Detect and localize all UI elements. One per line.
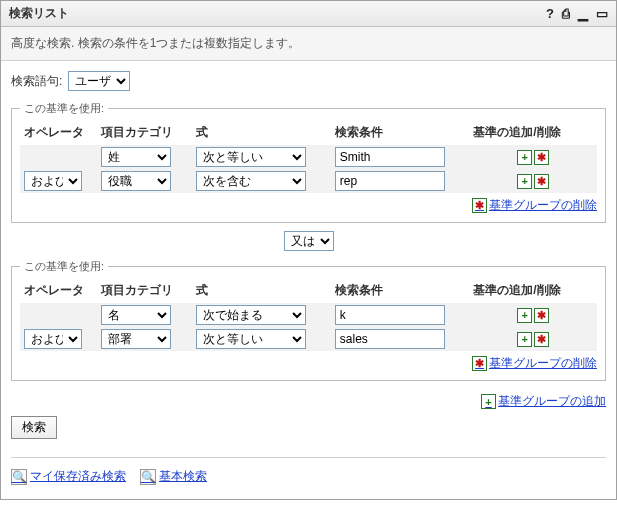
header-condition: 検索条件 xyxy=(331,280,469,303)
description-bar: 高度な検索. 検索の条件を1つまたは複数指定します。 xyxy=(1,27,616,61)
search-term-label: 検索語句: xyxy=(11,73,62,90)
my-saved-searches-link[interactable]: 🔍 マイ保存済み検索 xyxy=(11,468,126,485)
group-combiner-row: 又は xyxy=(11,231,606,251)
minimize-icon[interactable]: ▁ xyxy=(578,6,588,21)
remove-criterion-icon[interactable]: ✱ xyxy=(534,308,549,323)
header-expression: 式 xyxy=(192,122,330,145)
criteria-group: この基準を使用: オペレータ 項目カテゴリ 式 検索条件 基準の追加/削除 姓 … xyxy=(11,101,606,223)
group-combiner-select[interactable]: 又は xyxy=(284,231,334,251)
category-select[interactable]: 名 xyxy=(101,305,171,325)
delete-group-link[interactable]: ✱ 基準グループの削除 xyxy=(472,355,597,372)
condition-input[interactable] xyxy=(335,171,445,191)
delete-group-link[interactable]: ✱ 基準グループの削除 xyxy=(472,197,597,214)
add-criterion-icon[interactable]: + xyxy=(517,174,532,189)
help-icon[interactable]: ? xyxy=(546,6,554,21)
add-criterion-icon[interactable]: + xyxy=(517,308,532,323)
header-operator: オペレータ xyxy=(20,280,97,303)
add-group-link[interactable]: + 基準グループの追加 xyxy=(481,393,606,410)
search-term-row: 検索語句: ユーザ xyxy=(11,71,606,91)
search-list-window: 検索リスト ? ⎙ ▁ ▭ 高度な検索. 検索の条件を1つまたは複数指定します。… xyxy=(0,0,617,500)
add-criterion-icon[interactable]: + xyxy=(517,150,532,165)
expression-select[interactable]: 次と等しい xyxy=(196,329,306,349)
expression-select[interactable]: 次と等しい xyxy=(196,147,306,167)
criteria-row: 名 次で始まる + ✱ xyxy=(20,303,597,327)
condition-input[interactable] xyxy=(335,305,445,325)
delete-group-label: 基準グループの削除 xyxy=(489,355,597,372)
delete-group-icon: ✱ xyxy=(472,356,487,371)
header-category: 項目カテゴリ xyxy=(97,122,193,145)
criteria-group: この基準を使用: オペレータ 項目カテゴリ 式 検索条件 基準の追加/削除 名 … xyxy=(11,259,606,381)
condition-input[interactable] xyxy=(335,147,445,167)
titlebar: 検索リスト ? ⎙ ▁ ▭ xyxy=(1,1,616,27)
criteria-row: および 役職 次を含む + ✱ xyxy=(20,169,597,193)
operator-select[interactable]: および xyxy=(24,171,82,191)
saved-search-icon: 🔍 xyxy=(11,469,27,485)
footer-links: 🔍 マイ保存済み検索 🔍 基本検索 xyxy=(11,457,606,485)
delete-group-icon: ✱ xyxy=(472,198,487,213)
criteria-group-legend: この基準を使用: xyxy=(20,259,108,274)
remove-criterion-icon[interactable]: ✱ xyxy=(534,150,549,165)
remove-criterion-icon[interactable]: ✱ xyxy=(534,332,549,347)
delete-group-label: 基準グループの削除 xyxy=(489,197,597,214)
my-saved-searches-label: マイ保存済み検索 xyxy=(30,468,126,485)
expression-select[interactable]: 次で始まる xyxy=(196,305,306,325)
condition-input[interactable] xyxy=(335,329,445,349)
category-select[interactable]: 部署 xyxy=(101,329,171,349)
search-term-select[interactable]: ユーザ xyxy=(68,71,130,91)
category-select[interactable]: 役職 xyxy=(101,171,171,191)
window-title: 検索リスト xyxy=(9,5,69,22)
add-group-row: + 基準グループの追加 xyxy=(11,389,606,410)
print-icon[interactable]: ⎙ xyxy=(562,6,570,21)
header-expression: 式 xyxy=(192,280,330,303)
criteria-row: および 部署 次と等しい + ✱ xyxy=(20,327,597,351)
criteria-group-legend: この基準を使用: xyxy=(20,101,108,116)
category-select[interactable]: 姓 xyxy=(101,147,171,167)
criteria-table: オペレータ 項目カテゴリ 式 検索条件 基準の追加/削除 名 次で始まる + ✱ xyxy=(20,280,597,351)
titlebar-controls: ? ⎙ ▁ ▭ xyxy=(546,6,608,21)
basic-search-icon: 🔍 xyxy=(140,469,156,485)
criteria-table: オペレータ 項目カテゴリ 式 検索条件 基準の追加/削除 姓 次と等しい + ✱ xyxy=(20,122,597,193)
basic-search-link[interactable]: 🔍 基本検索 xyxy=(140,468,207,485)
maximize-icon[interactable]: ▭ xyxy=(596,6,608,21)
header-operator: オペレータ xyxy=(20,122,97,145)
operator-select[interactable]: および xyxy=(24,329,82,349)
remove-criterion-icon[interactable]: ✱ xyxy=(534,174,549,189)
basic-search-label: 基本検索 xyxy=(159,468,207,485)
expression-select[interactable]: 次を含む xyxy=(196,171,306,191)
criteria-row: 姓 次と等しい + ✱ xyxy=(20,145,597,169)
add-group-icon: + xyxy=(481,394,496,409)
header-addremove: 基準の追加/削除 xyxy=(469,280,597,303)
search-button[interactable]: 検索 xyxy=(11,416,57,439)
criteria-header-row: オペレータ 項目カテゴリ 式 検索条件 基準の追加/削除 xyxy=(20,122,597,145)
content-area: 検索語句: ユーザ この基準を使用: オペレータ 項目カテゴリ 式 検索条件 基… xyxy=(1,61,616,499)
header-addremove: 基準の追加/削除 xyxy=(469,122,597,145)
criteria-header-row: オペレータ 項目カテゴリ 式 検索条件 基準の追加/削除 xyxy=(20,280,597,303)
header-category: 項目カテゴリ xyxy=(97,280,193,303)
add-criterion-icon[interactable]: + xyxy=(517,332,532,347)
header-condition: 検索条件 xyxy=(331,122,469,145)
add-group-label: 基準グループの追加 xyxy=(498,393,606,410)
